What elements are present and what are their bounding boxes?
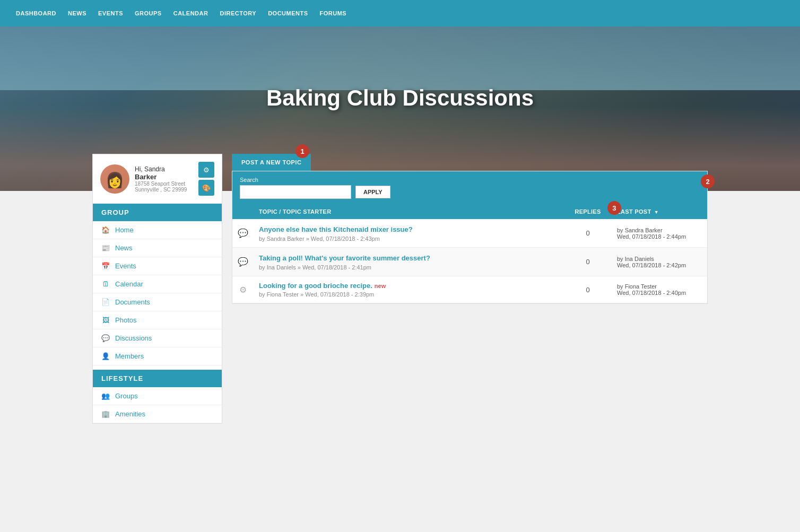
sidebar-item-news[interactable]: 📰 News — [93, 239, 222, 257]
annotation-badge-2: 2 — [701, 175, 715, 188]
top-nav: DASHBOARD NEWS EVENTS GROUPS CALENDAR DI… — [0, 0, 800, 27]
sidebar-item-news-label: News — [115, 244, 133, 252]
nav-calendar[interactable]: CALENDAR — [173, 10, 208, 16]
groups-icon: 👥 — [101, 392, 110, 400]
forum-table-header: TOPIC / TOPIC STARTER REPLIES 3 LAST POS… — [232, 204, 707, 219]
row3-lastpost-date: Wed, 07/18/2018 - 2:40pm — [617, 290, 702, 296]
row2-lastpost-author: by Ina Daniels — [617, 256, 702, 262]
profile-info: Hi, Sandra Barker 18758 Seaport Street S… — [135, 165, 191, 193]
sidebar-item-amenities[interactable]: 🏢 Amenities — [93, 405, 222, 423]
nav-directory[interactable]: DIRECTORY — [220, 10, 256, 16]
annotation-badge-3: 3 — [607, 201, 621, 215]
content-area: 1 POST A NEW TOPIC 2 Search APPLY — [232, 154, 708, 424]
row1-lastpost-date: Wed, 07/18/2018 - 2:44pm — [617, 233, 702, 240]
row1-topic: Anyone else have this Kitchenaid mixer i… — [254, 219, 564, 247]
sidebar-item-members[interactable]: 👤 Members — [93, 347, 222, 365]
forum-box: 2 Search APPLY TOPIC / TOPIC STARTER REP… — [232, 171, 708, 304]
profile-address: 18758 Seaport Street — [135, 181, 191, 187]
sidebar-item-discussions-label: Discussions — [115, 334, 152, 342]
sidebar-item-documents[interactable]: 📄 Documents — [93, 293, 222, 311]
sidebar-item-members-label: Members — [115, 352, 144, 360]
news-icon: 📰 — [101, 244, 110, 252]
hero-bg-sky — [0, 27, 800, 90]
row2-topic: Taking a poll! What's your favorite summ… — [254, 248, 564, 276]
annotation-badge-1: 1 — [295, 144, 309, 158]
sidebar-item-documents-label: Documents — [115, 298, 150, 306]
avatar: 👩 — [100, 164, 129, 194]
hero-title: Baking Club Discussions — [266, 85, 534, 111]
sidebar-profile: 👩 Hi, Sandra Barker 18758 Seaport Street… — [93, 154, 222, 204]
forum-search-toolbar: 2 Search APPLY — [232, 171, 707, 204]
sidebar-item-events[interactable]: 📅 Events — [93, 257, 222, 275]
profile-action-icons: ⚙ 🎨 — [198, 162, 214, 196]
apply-button[interactable]: APPLY — [355, 186, 390, 198]
lifestyle-section-header: LIFESTYLE — [93, 370, 222, 387]
new-badge: new — [375, 283, 386, 289]
table-row: 💬 Taking a poll! What's your favorite su… — [232, 248, 707, 276]
profile-name: Barker — [135, 173, 191, 181]
events-icon: 📅 — [101, 262, 110, 270]
sidebar-item-groups-label: Groups — [115, 392, 138, 400]
row1-icon: 💬 — [232, 222, 254, 245]
row3-icon: ⚙ — [232, 278, 254, 301]
sidebar-item-calendar[interactable]: 🗓 Calendar — [93, 275, 222, 293]
settings-icon-btn[interactable]: ⚙ — [198, 162, 214, 178]
row2-lastpost: by Ina Daniels Wed, 07/18/2018 - 2:42pm — [612, 250, 707, 274]
col-lastpost-header: LAST POST ▼ — [612, 204, 707, 219]
table-row: ⚙ Looking for a good brioche recipe. new… — [232, 276, 707, 303]
sidebar: 👩 Hi, Sandra Barker 18758 Seaport Street… — [92, 154, 222, 424]
row3-topic-title[interactable]: Looking for a good brioche recipe. — [259, 282, 372, 290]
row1-lastpost-author: by Sandra Barker — [617, 227, 702, 233]
table-row: 💬 Anyone else have this Kitchenaid mixer… — [232, 219, 707, 248]
avatar-emoji: 👩 — [106, 171, 124, 189]
sidebar-item-discussions[interactable]: 💬 Discussions — [93, 329, 222, 347]
profile-citystate: Sunnyville , SC 29999 — [135, 187, 191, 193]
row3-replies: 0 — [564, 281, 612, 299]
col-icon-spacer — [232, 204, 254, 219]
row1-lastpost: by Sandra Barker Wed, 07/18/2018 - 2:44p… — [612, 222, 707, 245]
sidebar-item-groups[interactable]: 👥 Groups — [93, 387, 222, 405]
discussions-icon: 💬 — [101, 334, 110, 342]
row2-replies: 0 — [564, 252, 612, 271]
nav-forums[interactable]: FORUMS — [320, 10, 347, 16]
sidebar-item-home-label: Home — [115, 226, 134, 234]
home-icon: 🏠 — [101, 226, 110, 234]
sidebar-item-photos-label: Photos — [115, 316, 136, 324]
row3-topic-meta: by Fiona Tester » Wed, 07/18/2018 - 2:39… — [259, 291, 559, 298]
row2-topic-title[interactable]: Taking a poll! What's your favorite summ… — [259, 254, 430, 262]
documents-icon: 📄 — [101, 298, 110, 306]
row2-lastpost-date: Wed, 07/18/2018 - 2:42pm — [617, 262, 702, 268]
sidebar-item-calendar-label: Calendar — [115, 280, 143, 288]
main-layout: 👩 Hi, Sandra Barker 18758 Seaport Street… — [82, 154, 718, 445]
sidebar-item-amenities-label: Amenities — [115, 410, 145, 418]
group-section-header: GROUP — [93, 204, 222, 221]
row1-topic-meta: by Sandra Barker » Wed, 07/18/2018 - 2:4… — [259, 236, 559, 242]
nav-news[interactable]: NEWS — [68, 10, 86, 16]
row2-icon: 💬 — [232, 250, 254, 273]
search-label: Search — [240, 177, 700, 183]
row3-topic: Looking for a good brioche recipe. new b… — [254, 276, 564, 303]
nav-groups[interactable]: GROUPS — [135, 10, 162, 16]
nav-documents[interactable]: DOCUMENTS — [268, 10, 308, 16]
sidebar-item-events-label: Events — [115, 262, 136, 270]
col-topic-header: TOPIC / TOPIC STARTER — [254, 204, 564, 219]
sidebar-item-photos[interactable]: 🖼 Photos — [93, 311, 222, 329]
amenities-icon: 🏢 — [101, 410, 110, 418]
row1-replies: 0 — [564, 224, 612, 242]
profile-greeting: Hi, Sandra — [135, 165, 191, 173]
nav-events[interactable]: EVENTS — [98, 10, 123, 16]
row3-lastpost: by Fiona Tester Wed, 07/18/2018 - 2:40pm — [612, 278, 707, 301]
palette-icon-btn[interactable]: 🎨 — [198, 180, 214, 196]
row1-topic-title[interactable]: Anyone else have this Kitchenaid mixer i… — [259, 225, 413, 233]
calendar-icon: 🗓 — [101, 280, 110, 288]
sidebar-item-home[interactable]: 🏠 Home — [93, 221, 222, 239]
photos-icon: 🖼 — [101, 316, 110, 324]
col-replies-header: REPLIES 3 — [564, 204, 612, 219]
search-input[interactable] — [240, 185, 351, 199]
row3-lastpost-author: by Fiona Tester — [617, 283, 702, 290]
row2-topic-meta: by Ina Daniels » Wed, 07/18/2018 - 2:41p… — [259, 264, 559, 271]
nav-dashboard[interactable]: DASHBOARD — [16, 10, 56, 16]
members-icon: 👤 — [101, 352, 110, 360]
